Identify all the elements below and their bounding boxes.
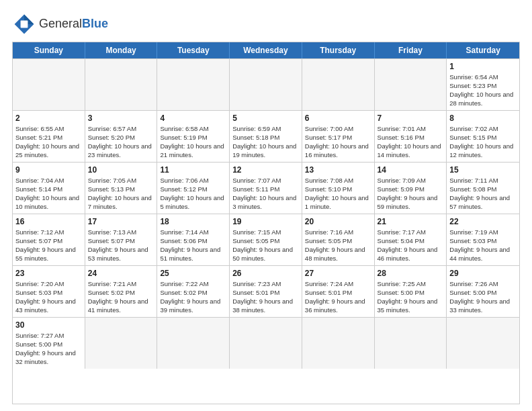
day-number: 5	[232, 113, 299, 124]
day-info: Sunrise: 7:00 AM Sunset: 5:17 PM Dayligh…	[305, 125, 371, 158]
day-info: Sunrise: 7:19 AM Sunset: 5:03 PM Dayligh…	[449, 228, 511, 261]
day-number: 18	[160, 216, 226, 227]
calendar-cell	[302, 59, 375, 110]
calendar-row-3: 16Sunrise: 7:12 AM Sunset: 5:07 PM Dayli…	[13, 214, 519, 265]
day-number: 17	[88, 216, 154, 227]
calendar-cell: 25Sunrise: 7:22 AM Sunset: 5:02 PM Dayli…	[157, 266, 230, 317]
calendar-cell: 10Sunrise: 7:05 AM Sunset: 5:13 PM Dayli…	[85, 163, 158, 214]
calendar-row-5: 30Sunrise: 7:27 AM Sunset: 5:00 PM Dayli…	[13, 317, 519, 369]
day-info: Sunrise: 7:09 AM Sunset: 5:09 PM Dayligh…	[378, 177, 439, 210]
calendar-cell	[85, 318, 158, 369]
calendar-row-4: 23Sunrise: 7:20 AM Sunset: 5:03 PM Dayli…	[13, 265, 519, 317]
day-number: 25	[160, 268, 226, 279]
calendar-cell: 28Sunrise: 7:25 AM Sunset: 5:00 PM Dayli…	[375, 266, 447, 317]
day-number: 16	[15, 216, 82, 227]
calendar-cell: 1Sunrise: 6:54 AM Sunset: 5:23 PM Daylig…	[447, 59, 519, 110]
day-info: Sunrise: 7:14 AM Sunset: 5:06 PM Dayligh…	[160, 228, 222, 261]
calendar-cell	[230, 318, 302, 369]
header-day-wednesday: Wednesday	[230, 42, 302, 58]
calendar-cell	[302, 318, 375, 369]
day-info: Sunrise: 7:20 AM Sunset: 5:03 PM Dayligh…	[15, 280, 77, 313]
header-day-thursday: Thursday	[302, 42, 375, 58]
day-info: Sunrise: 7:04 AM Sunset: 5:14 PM Dayligh…	[15, 177, 81, 210]
calendar-cell: 5Sunrise: 6:59 AM Sunset: 5:18 PM Daylig…	[230, 111, 302, 162]
day-info: Sunrise: 7:23 AM Sunset: 5:01 PM Dayligh…	[232, 280, 294, 313]
day-number: 26	[232, 268, 299, 279]
logo-blue: Blue	[82, 17, 108, 30]
calendar-cell: 21Sunrise: 7:17 AM Sunset: 5:04 PM Dayli…	[375, 214, 447, 265]
calendar-cell: 3Sunrise: 6:57 AM Sunset: 5:20 PM Daylig…	[85, 111, 158, 162]
page: GeneralBlue SundayMondayTuesdayWednesday…	[0, 0, 532, 411]
day-number: 30	[15, 320, 82, 330]
calendar-cell: 8Sunrise: 7:02 AM Sunset: 5:15 PM Daylig…	[447, 111, 519, 162]
calendar-cell: 11Sunrise: 7:06 AM Sunset: 5:12 PM Dayli…	[157, 163, 230, 214]
logo-text: GeneralBlue	[39, 17, 108, 31]
calendar-cell	[85, 59, 158, 110]
header-day-sunday: Sunday	[13, 42, 85, 58]
day-info: Sunrise: 7:07 AM Sunset: 5:11 PM Dayligh…	[232, 177, 298, 210]
calendar-row-1: 2Sunrise: 6:55 AM Sunset: 5:21 PM Daylig…	[13, 110, 519, 162]
day-number: 24	[88, 268, 154, 279]
day-number: 28	[378, 268, 444, 279]
day-number: 1	[449, 61, 517, 72]
calendar-cell: 24Sunrise: 7:21 AM Sunset: 5:02 PM Dayli…	[85, 266, 158, 317]
day-number: 27	[305, 268, 371, 279]
calendar-cell: 27Sunrise: 7:24 AM Sunset: 5:01 PM Dayli…	[302, 266, 375, 317]
calendar-body: 1Sunrise: 6:54 AM Sunset: 5:23 PM Daylig…	[13, 58, 519, 369]
calendar-cell: 23Sunrise: 7:20 AM Sunset: 5:03 PM Dayli…	[13, 266, 85, 317]
svg-rect-2	[21, 21, 28, 28]
header: GeneralBlue	[12, 12, 520, 36]
day-number: 8	[449, 113, 517, 124]
day-number: 22	[449, 216, 517, 227]
day-number: 10	[88, 165, 154, 175]
calendar-cell: 13Sunrise: 7:08 AM Sunset: 5:10 PM Dayli…	[302, 163, 375, 214]
day-number: 7	[378, 113, 444, 124]
day-number: 6	[305, 113, 371, 124]
day-number: 29	[449, 268, 517, 279]
calendar-cell	[13, 59, 85, 110]
calendar-cell: 6Sunrise: 7:00 AM Sunset: 5:17 PM Daylig…	[302, 111, 375, 162]
day-number: 21	[378, 216, 444, 227]
day-number: 2	[15, 113, 82, 124]
day-info: Sunrise: 7:24 AM Sunset: 5:01 PM Dayligh…	[305, 280, 367, 313]
day-info: Sunrise: 7:26 AM Sunset: 5:00 PM Dayligh…	[449, 280, 511, 313]
calendar: SundayMondayTuesdayWednesdayThursdayFrid…	[12, 42, 520, 404]
day-number: 19	[232, 216, 299, 227]
calendar-row-2: 9Sunrise: 7:04 AM Sunset: 5:14 PM Daylig…	[13, 162, 519, 214]
calendar-cell: 30Sunrise: 7:27 AM Sunset: 5:00 PM Dayli…	[13, 318, 85, 369]
calendar-cell	[157, 59, 230, 110]
calendar-cell: 29Sunrise: 7:26 AM Sunset: 5:00 PM Dayli…	[447, 266, 519, 317]
day-info: Sunrise: 7:06 AM Sunset: 5:12 PM Dayligh…	[160, 177, 226, 210]
day-number: 15	[449, 165, 517, 175]
day-number: 23	[15, 268, 82, 279]
day-number: 4	[160, 113, 226, 124]
calendar-cell: 16Sunrise: 7:12 AM Sunset: 5:07 PM Dayli…	[13, 214, 85, 265]
logo-icon	[12, 12, 36, 36]
day-info: Sunrise: 7:22 AM Sunset: 5:02 PM Dayligh…	[160, 280, 222, 313]
calendar-cell: 7Sunrise: 7:01 AM Sunset: 5:16 PM Daylig…	[375, 111, 447, 162]
calendar-cell	[157, 318, 230, 369]
day-info: Sunrise: 6:57 AM Sunset: 5:20 PM Dayligh…	[88, 125, 154, 158]
day-info: Sunrise: 7:01 AM Sunset: 5:16 PM Dayligh…	[378, 125, 443, 158]
day-info: Sunrise: 7:12 AM Sunset: 5:07 PM Dayligh…	[15, 228, 77, 261]
day-number: 9	[15, 165, 82, 175]
day-info: Sunrise: 6:54 AM Sunset: 5:23 PM Dayligh…	[449, 73, 515, 106]
day-info: Sunrise: 7:15 AM Sunset: 5:05 PM Dayligh…	[232, 228, 294, 261]
calendar-cell	[230, 59, 302, 110]
calendar-cell: 9Sunrise: 7:04 AM Sunset: 5:14 PM Daylig…	[13, 163, 85, 214]
day-info: Sunrise: 7:25 AM Sunset: 5:00 PM Dayligh…	[378, 280, 439, 313]
header-day-monday: Monday	[85, 42, 158, 58]
calendar-cell: 14Sunrise: 7:09 AM Sunset: 5:09 PM Dayli…	[375, 163, 447, 214]
calendar-cell: 18Sunrise: 7:14 AM Sunset: 5:06 PM Dayli…	[157, 214, 230, 265]
day-info: Sunrise: 7:21 AM Sunset: 5:02 PM Dayligh…	[88, 280, 150, 313]
calendar-cell	[447, 318, 519, 369]
day-number: 13	[305, 165, 371, 175]
logo: GeneralBlue	[12, 12, 108, 36]
day-info: Sunrise: 7:16 AM Sunset: 5:05 PM Dayligh…	[305, 228, 367, 261]
header-day-tuesday: Tuesday	[157, 42, 230, 58]
day-info: Sunrise: 7:08 AM Sunset: 5:10 PM Dayligh…	[305, 177, 371, 210]
day-info: Sunrise: 7:17 AM Sunset: 5:04 PM Dayligh…	[378, 228, 439, 261]
calendar-cell	[375, 59, 447, 110]
day-info: Sunrise: 7:13 AM Sunset: 5:07 PM Dayligh…	[88, 228, 150, 261]
logo-general: General	[39, 17, 82, 30]
